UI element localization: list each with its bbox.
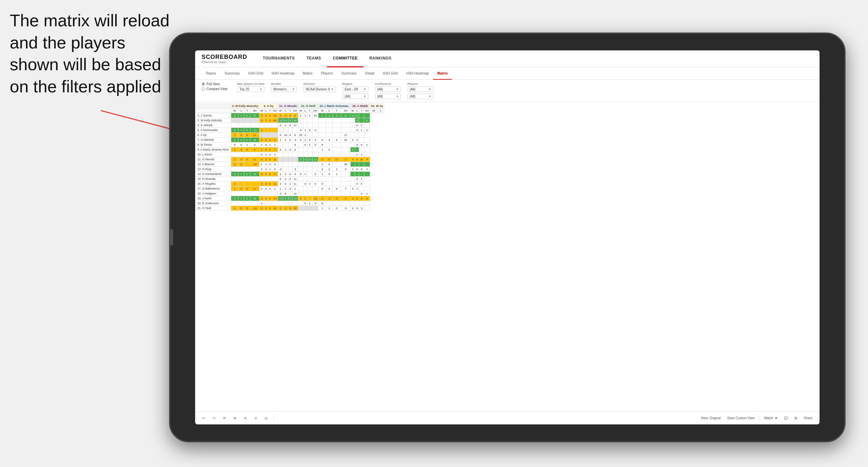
- sub-nav-h2h-grid[interactable]: H2H Grid: [244, 67, 267, 80]
- target-button[interactable]: ◎: [263, 415, 270, 421]
- cell: 4: [272, 162, 278, 167]
- cell: [272, 128, 278, 133]
- cell: 14: [272, 206, 278, 211]
- cell: [341, 177, 350, 182]
- players-select[interactable]: (All) ▼: [407, 87, 434, 92]
- cell: [238, 182, 244, 186]
- comment-button[interactable]: 💬: [782, 415, 790, 421]
- cell: [307, 133, 313, 137]
- expand-button[interactable]: ⊞: [793, 415, 799, 421]
- compact-view-radio[interactable]: [202, 88, 205, 91]
- cell: [238, 118, 244, 123]
- region-sub-select[interactable]: (All) ▼: [342, 94, 369, 99]
- sub-nav-matrix[interactable]: Matrix: [299, 67, 316, 80]
- cell: 24: [341, 137, 350, 143]
- nav-rankings[interactable]: RANKINGS: [364, 51, 397, 67]
- sub-nav-h2h-grid2[interactable]: H2H Grid: [379, 67, 402, 80]
- cell: 0: [359, 191, 364, 196]
- cell: 0: [355, 143, 359, 147]
- cell: 1: [307, 201, 313, 206]
- cell: [288, 143, 292, 147]
- cell: [350, 177, 355, 182]
- division-select[interactable]: NCAA Division II ▼: [303, 87, 336, 92]
- nav-tournaments[interactable]: TOURNAMENTS: [257, 51, 301, 67]
- cell: 0: [238, 186, 244, 191]
- watch-button[interactable]: Watch ▼: [762, 415, 779, 421]
- cell: 2: [292, 147, 298, 152]
- cell: 4: [288, 133, 292, 137]
- cell: 0: [298, 128, 303, 133]
- compact-view-option[interactable]: Compact View: [202, 87, 227, 91]
- cell: [307, 152, 313, 157]
- max-players-select[interactable]: Top 25 ▼: [237, 87, 265, 92]
- redo-button[interactable]: ↪: [211, 415, 217, 421]
- gender-select[interactable]: Women's ▼: [271, 87, 297, 92]
- full-view-radio[interactable]: [202, 83, 205, 86]
- cell: [298, 167, 303, 172]
- full-view-option[interactable]: Full View: [202, 82, 227, 86]
- cell: [364, 186, 370, 191]
- logo-title: SCOREBOARD: [202, 54, 247, 61]
- cell: 1: [231, 147, 238, 152]
- cell: 1: [307, 143, 313, 147]
- cell: [298, 191, 303, 196]
- cell: [326, 133, 332, 137]
- cell: -31: [292, 196, 298, 201]
- cell: 0: [268, 147, 272, 152]
- cell: 6: [250, 186, 259, 191]
- region-select[interactable]: East - DII ▼: [342, 87, 369, 92]
- cell: 0: [288, 172, 292, 177]
- cell: 14: [307, 157, 313, 162]
- cell: 2: [283, 123, 288, 128]
- players-sub-select[interactable]: (All) ▼: [407, 94, 434, 99]
- toolbar-sep1: [274, 415, 274, 422]
- sub-nav-players[interactable]: Players: [317, 67, 337, 80]
- cell: 0: [326, 172, 332, 177]
- cell: [359, 137, 364, 143]
- cell: 0: [303, 182, 307, 186]
- zoom-in-button[interactable]: ⊕: [231, 415, 238, 421]
- table-row: 2. M Kelly Mulcahy 0 7 0 40 10 10 0: [195, 118, 384, 123]
- cell: [359, 113, 364, 118]
- sub-nav-h2h-heatmap2[interactable]: H2H Heatmap: [402, 67, 433, 80]
- undo-button[interactable]: ↩: [200, 415, 207, 421]
- view-original-button[interactable]: View: Original: [699, 415, 723, 421]
- sub-nav-summary2[interactable]: Summary: [338, 67, 361, 80]
- zoom-out-button[interactable]: ⊖: [242, 415, 248, 421]
- cell: 2: [298, 196, 303, 201]
- matrix-container[interactable]: 2. M Kelly Mulcahy 6. A Dy 11. G Woods 2…: [195, 102, 819, 411]
- share-button[interactable]: Share: [802, 415, 814, 421]
- nav-committee[interactable]: COMMITTEE: [327, 51, 364, 67]
- bottom-toolbar: ↩ ↪ ⟳ ⊕ ⊖ ⊙ ◎ View: Original Save Custom…: [195, 411, 819, 425]
- table-row: 5. A Nomrowski 3 1 0 -11 1: [195, 128, 384, 133]
- settings-button[interactable]: ⊙: [252, 415, 259, 421]
- conference-sub-select[interactable]: (All) ▼: [375, 94, 401, 99]
- conference-select[interactable]: (All) ▼: [375, 87, 401, 92]
- cell: [359, 172, 364, 177]
- cell: 1: [238, 128, 244, 133]
- cell: 0: [278, 133, 283, 137]
- cell: [341, 152, 350, 157]
- sub-nav-h2h-heatmap[interactable]: H2H Heatmap: [268, 67, 298, 80]
- cell: [288, 128, 292, 133]
- cell: [332, 128, 341, 133]
- cell: [341, 147, 350, 152]
- cell: 10: [292, 206, 298, 211]
- cell: [355, 201, 359, 206]
- sub-nav-teams[interactable]: Teams: [202, 67, 220, 80]
- cell: [364, 113, 370, 118]
- cell: [307, 177, 313, 182]
- cell: [359, 118, 364, 123]
- cell: 1: [272, 186, 278, 191]
- sub-nav-summary[interactable]: Summary: [220, 67, 244, 80]
- cell: 0: [292, 133, 298, 137]
- sub-nav-detail[interactable]: Detail: [361, 67, 378, 80]
- save-custom-button[interactable]: Save Custom View: [725, 415, 756, 421]
- nav-teams[interactable]: TEAMS: [301, 51, 327, 67]
- cell: [264, 128, 268, 133]
- sub-nav-matrix2[interactable]: Matrix: [433, 67, 452, 80]
- refresh-button[interactable]: ⟳: [221, 415, 228, 421]
- cell: [312, 162, 318, 167]
- cell: 4: [278, 113, 283, 118]
- cell: [283, 201, 288, 206]
